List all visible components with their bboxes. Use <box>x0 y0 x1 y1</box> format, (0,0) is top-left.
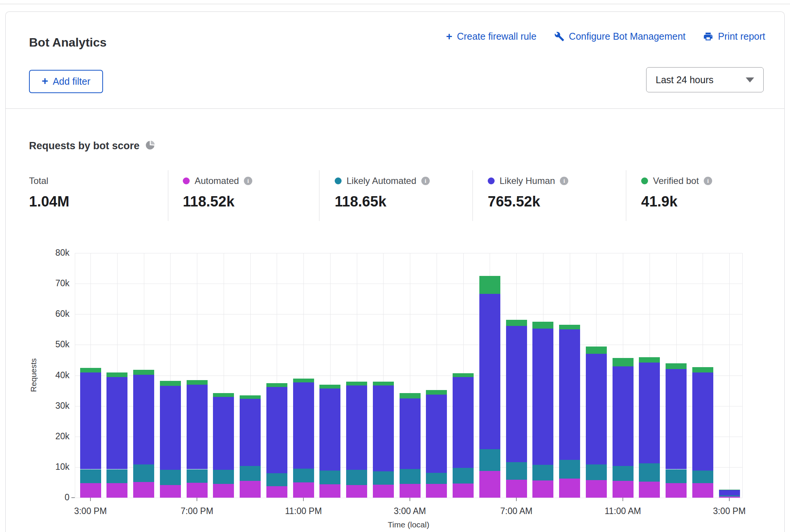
section-title-row: Requests by bot score <box>29 140 155 152</box>
bar-segment-automated <box>639 482 660 498</box>
bar-segment-likely-automated <box>613 466 634 480</box>
info-icon[interactable]: i <box>421 177 430 185</box>
bar-10-00-pm <box>266 383 287 498</box>
y-axis-tick-label: 50k <box>39 339 69 350</box>
bar-segment-automated <box>559 479 580 498</box>
horizontal-gridline <box>75 345 742 345</box>
bar-segment-verified-bot <box>346 382 367 385</box>
bar-segment-automated <box>586 480 607 498</box>
bar-segment-verified-bot <box>506 320 527 326</box>
info-icon[interactable]: i <box>560 177 568 185</box>
stat-automated-label: Automated <box>195 176 239 186</box>
bar-segment-verified-bot <box>213 393 234 397</box>
bar-segment-likely-human <box>106 377 127 469</box>
bar-segment-likely-human <box>133 375 154 464</box>
bar-segment-verified-bot <box>373 382 394 385</box>
stat-divider <box>626 170 626 221</box>
time-range-select[interactable]: Last 24 hours <box>646 67 764 92</box>
bar-2-00-am <box>373 382 394 498</box>
x-axis-tick-label: 3:00 AM <box>379 506 440 516</box>
bar-segment-automated <box>160 485 181 498</box>
bar-segment-automated <box>479 471 500 498</box>
configure-bot-management-link[interactable]: Configure Bot Management <box>554 31 686 42</box>
bar-2-00-pm <box>692 367 713 498</box>
bar-segment-verified-bot <box>187 380 208 384</box>
y-axis-tick-label: 80k <box>39 248 69 258</box>
info-icon[interactable]: i <box>244 177 252 185</box>
bar-8-00-pm <box>213 393 234 498</box>
bar-segment-likely-human <box>719 490 740 495</box>
bar-segment-automated <box>426 484 447 498</box>
bar-segment-automated <box>80 483 101 498</box>
bar-segment-likely-automated <box>453 468 474 484</box>
bar-segment-likely-automated <box>586 464 607 480</box>
bar-segment-likely-automated <box>133 464 154 482</box>
y-axis-tick-label: 30k <box>39 401 69 411</box>
stat-verified-bot[interactable]: Verified bot i 41.9k <box>641 170 712 210</box>
bar-5-00-am <box>453 373 474 498</box>
bar-segment-likely-human <box>400 398 421 469</box>
x-axis-title: Time (local) <box>75 520 742 529</box>
x-axis-tick <box>622 498 623 501</box>
bar-segment-verified-bot <box>426 390 447 395</box>
bar-segment-likely-automated <box>240 466 261 481</box>
bar-segment-verified-bot <box>719 490 740 490</box>
y-axis-tick-label: 10k <box>39 462 69 472</box>
create-firewall-rule-label: Create firewall rule <box>457 31 536 42</box>
bar-3-00-am <box>400 393 421 498</box>
y-axis-tick-label: 60k <box>39 309 69 319</box>
bar-segment-automated <box>319 484 340 498</box>
bar-segment-automated <box>346 485 367 498</box>
stat-divider <box>168 170 168 221</box>
bar-segment-verified-bot <box>586 347 607 353</box>
likely-automated-dot-icon <box>335 177 342 184</box>
wrench-icon <box>554 31 564 42</box>
bar-segment-likely-human <box>666 369 687 469</box>
configure-bot-management-label: Configure Bot Management <box>569 31 686 42</box>
add-filter-button[interactable]: + Add filter <box>29 70 103 93</box>
horizontal-gridline <box>75 314 742 314</box>
pie-chart-icon <box>145 140 155 152</box>
bar-segment-likely-automated <box>532 465 553 480</box>
create-firewall-rule-link[interactable]: + Create firewall rule <box>446 31 537 42</box>
bar-segment-likely-human <box>293 382 314 469</box>
bar-segment-likely-automated <box>373 471 394 485</box>
bar-segment-likely-automated <box>106 469 127 483</box>
bar-segment-likely-human <box>373 385 394 471</box>
x-axis-tick-label: 11:00 AM <box>592 506 653 516</box>
bar-segment-automated <box>666 483 687 498</box>
stat-likely-human[interactable]: Likely Human i 765.52k <box>488 170 568 210</box>
stat-likely-automated-value: 118.65k <box>335 193 430 210</box>
stat-automated[interactable]: Automated i 118.52k <box>183 170 252 210</box>
stat-total-value: 1.04M <box>29 193 69 210</box>
bar-11-00-pm <box>293 379 314 498</box>
printer-icon <box>703 31 713 42</box>
bar-12-00-pm <box>639 357 660 498</box>
bar-segment-likely-automated <box>506 462 527 480</box>
bar-segment-likely-human <box>346 385 367 470</box>
stat-likely-automated[interactable]: Likely Automated i 118.65k <box>335 170 430 210</box>
bot-analytics-card: Bot Analytics + Create firewall rule Con… <box>5 11 785 532</box>
bar-segment-verified-bot <box>692 367 713 372</box>
bar-1-00-am <box>346 382 367 498</box>
y-axis-tick-label: 40k <box>39 370 69 380</box>
bar-segment-likely-automated <box>293 469 314 482</box>
bar-segment-likely-automated <box>426 473 447 484</box>
bar-segment-automated <box>213 484 234 498</box>
x-axis-tick-label: 7:00 AM <box>486 506 547 516</box>
bar-segment-verified-bot <box>133 370 154 375</box>
automated-dot-icon <box>183 177 190 184</box>
stat-automated-value: 118.52k <box>183 193 252 210</box>
bar-segment-automated <box>506 480 527 498</box>
info-icon[interactable]: i <box>704 177 712 185</box>
bar-segment-automated <box>187 483 208 498</box>
bar-segment-verified-bot <box>613 358 634 366</box>
bar-segment-automated <box>240 481 261 498</box>
requests-by-bot-score-chart: 010k20k30k40k50k60k70k80k3:00 PM7:00 PM1… <box>75 253 742 498</box>
bar-segment-likely-human <box>319 389 340 471</box>
bar-segment-likely-human <box>532 329 553 465</box>
bar-segment-likely-human <box>613 366 634 466</box>
print-report-link[interactable]: Print report <box>703 31 765 42</box>
top-divider <box>0 4 790 4</box>
bar-segment-automated <box>692 483 713 498</box>
